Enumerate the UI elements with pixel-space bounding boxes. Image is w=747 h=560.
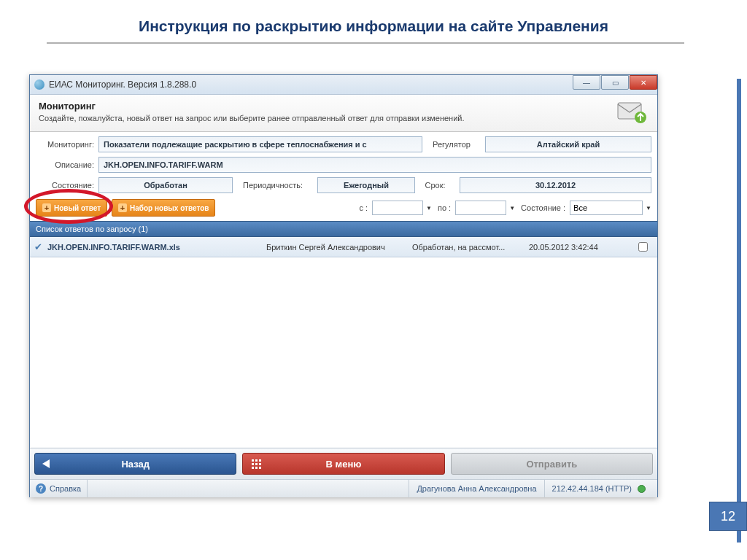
to-date-input[interactable] (455, 201, 506, 215)
dropdown-icon[interactable]: ▼ (509, 205, 515, 211)
check-icon: ✔ (34, 241, 47, 252)
arrow-left-icon (42, 459, 50, 468)
back-label: Назад (121, 459, 150, 470)
send-label: Отправить (526, 459, 577, 470)
state-filter-select[interactable]: Все (570, 201, 643, 215)
menu-label: В меню (326, 459, 362, 470)
window-titlebar: ЕИАС Мониторинг. Версия 1.8.288.0 — ▭ ✕ (30, 75, 657, 95)
description-label: Описание: (36, 160, 98, 169)
page-header: Мониторинг Создайте, пожалуйста, новый о… (30, 95, 657, 132)
form-area: Мониторинг: Показатели подлежащие раскры… (30, 132, 657, 198)
status-dot-icon (638, 485, 646, 493)
window-title: ЕИАС Мониторинг. Версия 1.8.288.0 (49, 79, 196, 90)
minimize-button[interactable]: — (573, 75, 600, 90)
grid-icon (252, 459, 261, 469)
menu-button[interactable]: В меню (242, 453, 444, 475)
periodicity-field[interactable]: Ежегодный (317, 177, 415, 193)
answer-list: ✔ JKH.OPEN.INFO.TARIFF.WARM.xls Бриткин … (30, 237, 657, 448)
from-label: с : (359, 203, 372, 212)
toolbar: + Новый ответ + Набор новых ответов с : … (30, 198, 657, 221)
state-filter-label: Состояние : (521, 203, 570, 212)
list-item[interactable]: ✔ JKH.OPEN.INFO.TARIFF.WARM.xls Бриткин … (30, 237, 657, 257)
help-icon: ? (36, 483, 46, 494)
from-date-input[interactable] (372, 201, 423, 215)
state-filter-value: Все (573, 203, 587, 212)
row-date: 20.05.2012 3:42:44 (529, 243, 631, 252)
monitoring-field[interactable]: Показатели подлежащие раскрытию в сфере … (98, 136, 422, 152)
page-number-badge: 12 (709, 502, 747, 531)
state-field[interactable]: Обработан (98, 177, 233, 193)
dropdown-icon[interactable]: ▼ (646, 205, 651, 211)
state-label: Состояние: (36, 181, 98, 190)
plus-icon: + (42, 203, 51, 212)
new-answer-set-label: Набор новых ответов (130, 204, 209, 212)
close-button[interactable]: ✕ (630, 75, 657, 90)
maximize-button[interactable]: ▭ (601, 75, 629, 90)
slide-title: Инструкция по раскрытию информации на са… (0, 18, 747, 35)
row-status: Обработан, на рассмот... (412, 243, 529, 252)
footer-nav: Назад В меню Отправить (30, 448, 657, 479)
current-user: Драгунова Анна Александровна (409, 480, 543, 497)
new-answer-set-button[interactable]: + Набор новых ответов (112, 199, 215, 217)
mail-send-icon (616, 101, 647, 124)
slide-side-accent (737, 79, 741, 542)
deadline-label: Срок: (415, 181, 460, 190)
app-window: ЕИАС Мониторинг. Версия 1.8.288.0 — ▭ ✕ … (29, 74, 658, 497)
new-answer-label: Новый ответ (54, 204, 101, 212)
back-button[interactable]: Назад (34, 453, 236, 475)
list-section-header: Список ответов по запросу (1) (30, 221, 657, 237)
description-field[interactable]: JKH.OPEN.INFO.TARIFF.WARM (98, 157, 651, 173)
monitoring-label: Мониторинг: (36, 140, 98, 149)
title-underline (47, 42, 684, 44)
status-bar: ? Справка Драгунова Анна Александровна 2… (30, 479, 657, 497)
plus-icon: + (118, 203, 127, 212)
app-icon (34, 79, 44, 90)
regulator-field[interactable]: Алтайский край (485, 136, 651, 152)
row-checkbox[interactable] (638, 242, 648, 252)
to-label: по : (438, 203, 455, 212)
dropdown-icon[interactable]: ▼ (426, 205, 432, 211)
deadline-field[interactable]: 30.12.2012 (460, 177, 651, 193)
connection-info: 212.42.44.184 (HTTP) (544, 480, 657, 497)
periodicity-label: Периодичность: (233, 181, 317, 190)
help-link[interactable]: ? Справка (30, 480, 88, 497)
send-button[interactable]: Отправить (451, 453, 653, 475)
regulator-label: Регулятор (422, 140, 485, 149)
page-title: Мониторинг (39, 101, 649, 112)
new-answer-button[interactable]: + Новый ответ (36, 199, 107, 217)
page-subtitle: Создайте, пожалуйста, новый ответ на зап… (39, 114, 649, 122)
help-label: Справка (50, 484, 81, 493)
author-name: Бриткин Сергей Александрович (266, 243, 412, 252)
file-name: JKH.OPEN.INFO.TARIFF.WARM.xls (47, 243, 266, 252)
